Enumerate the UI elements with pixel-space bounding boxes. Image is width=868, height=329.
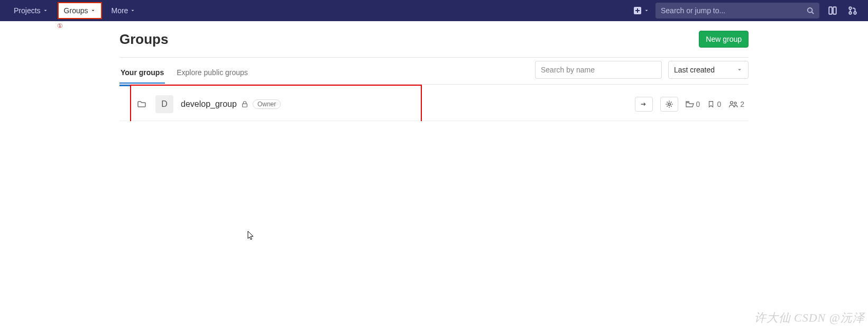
nav-groups[interactable]: Groups: [58, 2, 102, 19]
svg-rect-3: [833, 7, 836, 14]
tab-your-groups[interactable]: Your groups: [119, 62, 165, 83]
tab-explore-public-groups[interactable]: Explore public groups: [176, 62, 249, 83]
stat-subgroups-value: 0: [696, 100, 700, 108]
role-badge: Owner: [253, 99, 281, 109]
tabs: Your groups Explore public groups: [119, 62, 249, 83]
main-area: Groups New group Your groups Explore pub…: [119, 21, 749, 121]
bookmark-icon: [707, 100, 715, 108]
nav-more[interactable]: More: [106, 3, 141, 18]
new-menu-button[interactable]: [633, 6, 649, 15]
nav-projects[interactable]: Projects: [8, 3, 53, 18]
search-icon: [807, 7, 814, 14]
chevron-down-icon: [736, 67, 743, 73]
svg-point-9: [731, 102, 733, 104]
svg-point-10: [734, 102, 736, 104]
search-by-name-input[interactable]: [535, 61, 662, 79]
stat-members: 2: [728, 100, 744, 108]
svg-rect-7: [243, 104, 247, 107]
nav-left: Projects Groups More: [8, 3, 141, 18]
nav-right: [633, 3, 860, 19]
svg-point-6: [854, 12, 856, 14]
merge-requests-icon[interactable]: [846, 4, 860, 17]
group-avatar: D: [155, 95, 173, 113]
svg-point-8: [668, 103, 670, 105]
new-group-button[interactable]: New group: [699, 31, 749, 48]
group-list: D develop_group Owner: [119, 85, 749, 121]
tab-your-groups-label: Your groups: [121, 68, 164, 77]
group-name[interactable]: develop_group: [181, 99, 237, 109]
tabs-row: Your groups Explore public groups Last c…: [119, 58, 749, 85]
leave-group-button[interactable]: [635, 97, 653, 112]
stat-projects: 0: [707, 100, 721, 108]
page-title: Groups: [119, 31, 168, 48]
issues-icon[interactable]: [826, 4, 839, 17]
page-header: Groups New group: [119, 31, 749, 48]
members-icon: [728, 100, 738, 108]
svg-point-1: [808, 8, 812, 13]
search-input[interactable]: [661, 6, 807, 15]
filter-controls: Last created: [535, 61, 749, 84]
chevron-down-icon: [90, 8, 96, 13]
chevron-down-icon: [644, 8, 649, 13]
lock-icon: [241, 100, 248, 108]
global-search[interactable]: [655, 3, 819, 19]
folder-icon: [137, 100, 146, 108]
svg-point-5: [849, 12, 852, 14]
group-row[interactable]: D develop_group Owner: [119, 88, 749, 121]
edit-group-button[interactable]: [660, 97, 678, 112]
top-navbar: Projects Groups More: [0, 0, 868, 21]
row-actions: 0 0 2: [635, 97, 744, 112]
stat-projects-value: 0: [717, 100, 721, 108]
nav-groups-label: Groups: [64, 6, 88, 15]
stat-subgroups: 0: [686, 100, 700, 108]
annotation-1: ①: [57, 22, 63, 30]
nav-more-label: More: [112, 6, 128, 15]
sort-selected-label: Last created: [674, 66, 715, 74]
leave-icon: [640, 100, 648, 108]
svg-rect-2: [829, 7, 832, 14]
folder-open-icon: [686, 100, 694, 108]
gear-icon: [665, 100, 673, 108]
plus-icon: [633, 6, 642, 15]
active-tab-underline-extension: [119, 85, 130, 86]
sort-dropdown[interactable]: Last created: [668, 61, 749, 79]
group-stats: 0 0 2: [686, 100, 744, 108]
chevron-down-icon: [43, 8, 48, 13]
svg-point-4: [849, 7, 852, 10]
stat-members-value: 2: [740, 100, 744, 108]
chevron-down-icon: [130, 8, 135, 13]
tab-explore-label: Explore public groups: [177, 68, 248, 77]
nav-projects-label: Projects: [14, 6, 41, 15]
